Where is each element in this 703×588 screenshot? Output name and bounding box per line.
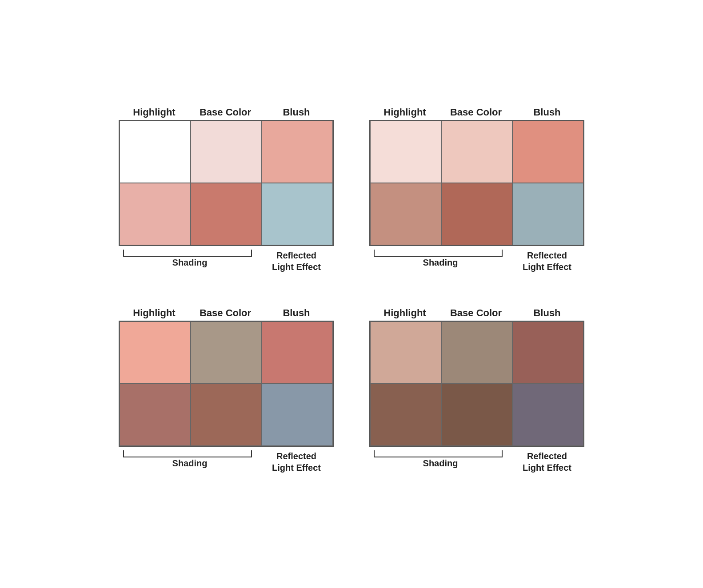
palette-top-left: Highlight Base Color Blush Shading Refle… bbox=[119, 107, 334, 281]
color-grid bbox=[369, 321, 584, 447]
cell-highlight-bottom bbox=[370, 384, 441, 446]
cell-base-top bbox=[191, 322, 262, 384]
cell-blush-top bbox=[262, 322, 333, 384]
palette-top-right: Highlight Base Color Blush Shading Refle… bbox=[369, 107, 584, 281]
shading-label: Shading bbox=[119, 258, 261, 268]
shading-bracket bbox=[123, 250, 252, 257]
reflected-label: ReflectedLight Effect bbox=[261, 250, 332, 273]
cell-base-bottom bbox=[191, 183, 262, 245]
label-highlight: Highlight bbox=[119, 307, 190, 319]
color-grid bbox=[369, 120, 584, 246]
color-grid bbox=[119, 120, 334, 246]
cell-highlight-top bbox=[120, 322, 191, 384]
cell-blush-top bbox=[512, 121, 583, 183]
cell-base-bottom bbox=[441, 183, 512, 245]
shading-bracket bbox=[374, 450, 503, 457]
cell-base-bottom bbox=[441, 384, 512, 446]
label-base-color: Base Color bbox=[190, 307, 261, 319]
cell-base-top bbox=[441, 121, 512, 183]
color-grid bbox=[119, 321, 334, 447]
bottom-labels: Shading ReflectedLight Effect bbox=[369, 250, 583, 281]
label-highlight: Highlight bbox=[119, 107, 190, 118]
label-base-color: Base Color bbox=[190, 107, 261, 118]
cell-base-bottom bbox=[191, 384, 262, 446]
label-blush: Blush bbox=[511, 107, 583, 118]
bottom-labels: Shading ReflectedLight Effect bbox=[119, 250, 332, 281]
shading-label: Shading bbox=[369, 258, 511, 268]
grid-wrapper bbox=[369, 120, 584, 246]
bottom-labels: Shading ReflectedLight Effect bbox=[369, 450, 583, 481]
cell-base-top bbox=[191, 121, 262, 183]
label-base-color: Base Color bbox=[440, 107, 511, 118]
palette-bottom-left: Highlight Base Color Blush Shading Refle… bbox=[119, 307, 334, 481]
cell-highlight-bottom bbox=[120, 384, 191, 446]
shading-label: Shading bbox=[369, 458, 511, 469]
column-labels: Highlight Base Color Blush bbox=[119, 307, 332, 319]
reflected-label: ReflectedLight Effect bbox=[261, 450, 332, 473]
label-base-color: Base Color bbox=[440, 307, 511, 319]
label-highlight: Highlight bbox=[369, 307, 440, 319]
cell-reflected bbox=[262, 183, 333, 245]
column-labels: Highlight Base Color Blush bbox=[369, 107, 583, 118]
cell-reflected bbox=[512, 384, 583, 446]
label-blush: Blush bbox=[261, 307, 332, 319]
column-labels: Highlight Base Color Blush bbox=[369, 307, 583, 319]
bottom-row: Highlight Base Color Blush Shading Refle… bbox=[119, 307, 584, 481]
cell-highlight-bottom bbox=[370, 183, 441, 245]
cell-blush-top bbox=[512, 322, 583, 384]
cell-reflected bbox=[262, 384, 333, 446]
grid-wrapper bbox=[119, 120, 334, 246]
grid-wrapper bbox=[369, 321, 584, 447]
label-blush: Blush bbox=[511, 307, 583, 319]
reflected-label: ReflectedLight Effect bbox=[511, 450, 583, 473]
column-labels: Highlight Base Color Blush bbox=[119, 107, 332, 118]
reflected-label: ReflectedLight Effect bbox=[511, 250, 583, 273]
cell-highlight-bottom bbox=[120, 183, 191, 245]
shading-label: Shading bbox=[119, 458, 261, 469]
shading-bracket bbox=[123, 450, 252, 457]
cell-highlight-top bbox=[120, 121, 191, 183]
bottom-labels: Shading ReflectedLight Effect bbox=[119, 450, 332, 481]
grid-wrapper bbox=[119, 321, 334, 447]
cell-highlight-top bbox=[370, 121, 441, 183]
label-highlight: Highlight bbox=[369, 107, 440, 118]
shading-bracket bbox=[374, 250, 503, 257]
label-blush: Blush bbox=[261, 107, 332, 118]
palette-bottom-right: Highlight Base Color Blush Shading Refle… bbox=[369, 307, 584, 481]
top-row: Highlight Base Color Blush Shading Refle… bbox=[119, 107, 584, 281]
cell-blush-top bbox=[262, 121, 333, 183]
cell-base-top bbox=[441, 322, 512, 384]
cell-reflected bbox=[512, 183, 583, 245]
cell-highlight-top bbox=[370, 322, 441, 384]
